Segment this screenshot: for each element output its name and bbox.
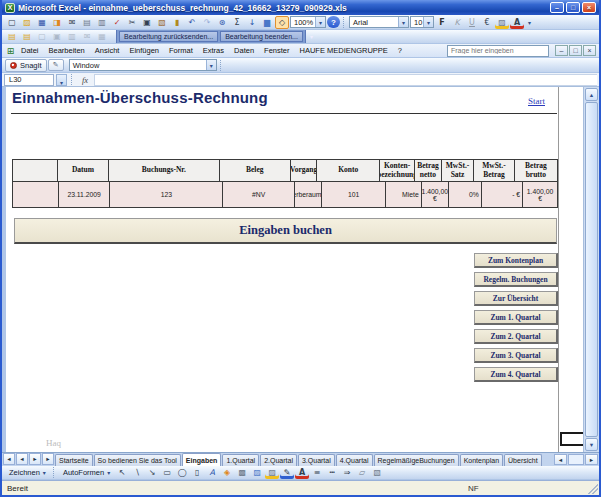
diagram-icon[interactable]: ◈ xyxy=(220,466,234,479)
zum-1-quartal-button[interactable]: Zum 1. Quartal xyxy=(474,310,558,325)
zum-4-quartal-button[interactable]: Zum 4. Quartal xyxy=(474,367,558,382)
shadow-style-icon[interactable]: ▱ xyxy=(355,466,369,479)
reviewing-toolbar-icon[interactable]: ✉ xyxy=(80,30,94,43)
arrow-style-icon[interactable]: ⇒ xyxy=(340,466,354,479)
tab-kontenplan[interactable]: Kontenplan xyxy=(460,454,503,466)
column-header-cell[interactable]: Betrag netto xyxy=(414,159,442,182)
reviewing-toolbar-icon[interactable]: ▤ xyxy=(5,30,19,43)
redo-icon[interactable]: ↷ xyxy=(200,16,214,29)
reviewing-toolbar-icon[interactable]: ▦ xyxy=(95,30,109,43)
menu-hilfe[interactable]: ? xyxy=(393,45,407,56)
line-icon[interactable]: ∖ xyxy=(130,466,144,479)
column-header-cell[interactable]: Vorgang xyxy=(290,159,318,182)
font-name-combo[interactable]: Arial xyxy=(349,16,409,28)
tab-scroll-left-button[interactable]: ◄ xyxy=(554,454,567,465)
table-cell[interactable]: Miete xyxy=(385,181,422,208)
hyperlink-icon[interactable]: ⊛ xyxy=(215,16,229,29)
formula-input[interactable] xyxy=(94,74,597,86)
arrow-icon[interactable]: ↘ xyxy=(145,466,159,479)
column-header-cell[interactable]: Beleg xyxy=(219,159,291,182)
table-cell[interactable]: 123 xyxy=(109,181,223,208)
last-sheet-button[interactable]: ► xyxy=(42,453,54,465)
format-painter-icon[interactable]: ▮ xyxy=(170,16,184,29)
snagit-button[interactable]: SnagIt xyxy=(5,59,47,72)
autoformen-menu-button[interactable]: AutoFormen xyxy=(59,467,114,478)
zum-2-quartal-button[interactable]: Zum 2. Quartal xyxy=(474,329,558,344)
previous-sheet-button[interactable]: ◄ xyxy=(16,453,28,465)
line-color-icon[interactable]: ✎ xyxy=(280,466,294,479)
menu-format[interactable]: Format xyxy=(164,45,198,56)
menu-bearbeiten[interactable]: Bearbeiten xyxy=(44,45,90,56)
bearbeitung-beenden-button[interactable]: Bearbeitung beenden... xyxy=(220,31,303,42)
font-color-button[interactable]: A xyxy=(510,16,524,29)
chevron-down-icon[interactable] xyxy=(398,17,408,27)
save-icon[interactable]: ▦ xyxy=(35,16,49,29)
zum-3-quartal-button[interactable]: Zum 3. Quartal xyxy=(474,348,558,363)
tab-uebersicht[interactable]: Übersicht xyxy=(504,454,542,466)
doc-restore-button[interactable]: □ xyxy=(569,45,582,56)
toolbar-options-icon[interactable] xyxy=(525,16,534,29)
chevron-down-icon[interactable] xyxy=(206,60,216,70)
font-color-icon[interactable]: A xyxy=(295,466,309,479)
column-header-cell[interactable]: MwSt.-Satz xyxy=(441,159,474,182)
menu-extras[interactable]: Extras xyxy=(198,45,229,56)
zeichnen-menu-button[interactable]: Zeichnen xyxy=(5,467,50,478)
table-cell[interactable]: 1.400,00 € xyxy=(522,181,558,208)
open-icon[interactable]: ▨ xyxy=(20,16,34,29)
chevron-down-icon[interactable] xyxy=(315,17,325,27)
tab-4-quartal[interactable]: 4.Quartal xyxy=(336,454,373,466)
euro-style-button[interactable]: € xyxy=(480,16,494,29)
column-header-cell[interactable]: Datum xyxy=(57,159,109,182)
name-box[interactable]: L30 xyxy=(4,74,54,86)
paste-icon[interactable]: ▧ xyxy=(155,16,169,29)
fill-color-button[interactable]: ▨ xyxy=(495,16,509,29)
minimize-button[interactable]: – xyxy=(550,2,564,13)
sort-ascending-icon[interactable]: ↓ xyxy=(245,16,259,29)
zoom-combo[interactable]: 100% xyxy=(290,16,326,28)
table-cell[interactable]: 101 xyxy=(321,181,386,208)
first-sheet-button[interactable]: ◄ xyxy=(3,453,15,465)
fill-color-icon[interactable]: ▨ xyxy=(265,466,279,479)
toolbar-options-icon[interactable] xyxy=(307,33,316,40)
question-input[interactable] xyxy=(447,45,549,57)
print-icon[interactable]: ▤ xyxy=(80,16,94,29)
clipart-icon[interactable]: ▩ xyxy=(235,466,249,479)
picture-icon[interactable]: ▨ xyxy=(250,466,264,479)
menu-haufe-mediengruppe[interactable]: HAUFE MEDIENGRUPPE xyxy=(295,45,393,56)
insert-function-icon[interactable]: fx xyxy=(78,75,92,85)
text-box-icon[interactable]: ▯ xyxy=(190,466,204,479)
permission-icon[interactable]: ◨ xyxy=(50,16,64,29)
close-button[interactable]: × xyxy=(582,2,596,13)
menu-daten[interactable]: Daten xyxy=(229,45,259,56)
oval-icon[interactable]: ◯ xyxy=(175,466,189,479)
chevron-down-icon[interactable] xyxy=(423,17,433,27)
menu-einfuegen[interactable]: Einfügen xyxy=(124,45,164,56)
tab-2-quartal[interactable]: 2.Quartal xyxy=(260,454,297,466)
table-cell[interactable]: 1.400,00 € xyxy=(421,181,449,208)
chevron-down-icon[interactable] xyxy=(56,74,67,86)
menu-datei[interactable]: Datei xyxy=(16,45,44,56)
copy-icon[interactable]: ▣ xyxy=(140,16,154,29)
print-preview-icon[interactable]: ▥ xyxy=(95,16,109,29)
snagit-capture-combo[interactable]: Window xyxy=(69,59,217,71)
scroll-down-icon[interactable]: ▼ xyxy=(585,438,598,451)
scroll-up-icon[interactable]: ▲ xyxy=(585,88,598,101)
bearbeitung-zuruecksenden-button[interactable]: Bearbeitung zurücksenden... xyxy=(119,31,218,42)
bold-button[interactable]: F xyxy=(435,16,449,29)
column-header-cell[interactable]: Buchungs-Nr. xyxy=(108,159,220,182)
menu-fenster[interactable]: Fenster xyxy=(259,45,294,56)
autosum-icon[interactable]: Σ xyxy=(230,16,244,29)
dash-style-icon[interactable]: ┅ xyxy=(325,466,339,479)
table-cell[interactable]: #NV xyxy=(222,181,295,208)
tab-scroll-right-button[interactable]: ► xyxy=(585,454,598,465)
menu-ansicht[interactable]: Ansicht xyxy=(90,45,125,56)
column-header-cell[interactable]: Konten-bezeichnung xyxy=(379,159,415,182)
maximize-button[interactable]: □ xyxy=(566,2,580,13)
reviewing-toolbar-icon[interactable]: ▣ xyxy=(50,30,64,43)
email-icon[interactable]: ✉ xyxy=(65,16,79,29)
table-cell[interactable]: Gewerberaummiete xyxy=(294,181,322,208)
zur-uebersicht-button[interactable]: Zur Übersicht xyxy=(474,291,558,306)
snagit-settings-icon[interactable]: ✎ xyxy=(48,59,64,71)
tab-regelmaessigebuchungen[interactable]: RegelmäßigeBuchungen xyxy=(374,454,459,466)
reviewing-toolbar-icon[interactable]: ▢ xyxy=(35,30,49,43)
